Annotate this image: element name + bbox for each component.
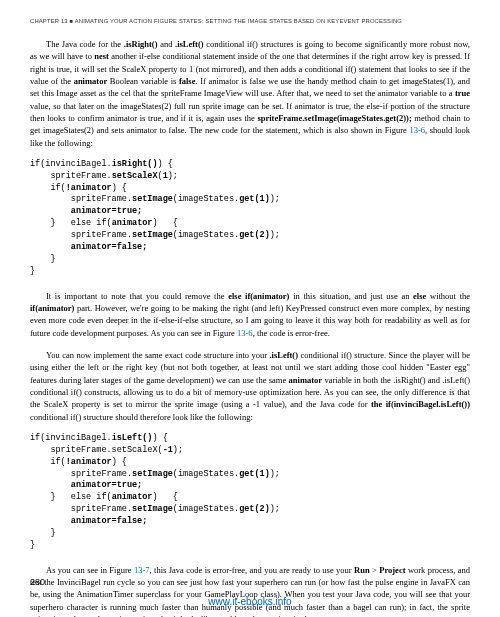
paragraph-1: The Java code for the .isRight() and .is… [30, 38, 470, 149]
paragraph-4: As you can see in Figure 13-7, this Java… [30, 564, 470, 617]
code-block-2: if(invinciBagel.isLeft()) { spriteFrame.… [30, 433, 470, 552]
paragraph-2: It is important to note that you could r… [30, 290, 470, 339]
paragraph-3: You can now implement the same exact cod… [30, 349, 470, 423]
code-block-1: if(invinciBagel.isRight()) { spriteFrame… [30, 159, 470, 278]
page-number: 280 [30, 577, 45, 587]
footer-link[interactable]: www.it-ebooks.info [0, 596, 500, 607]
chapter-header: CHAPTER 13 ■ ANIMATING YOUR ACTION FIGUR… [30, 18, 470, 24]
